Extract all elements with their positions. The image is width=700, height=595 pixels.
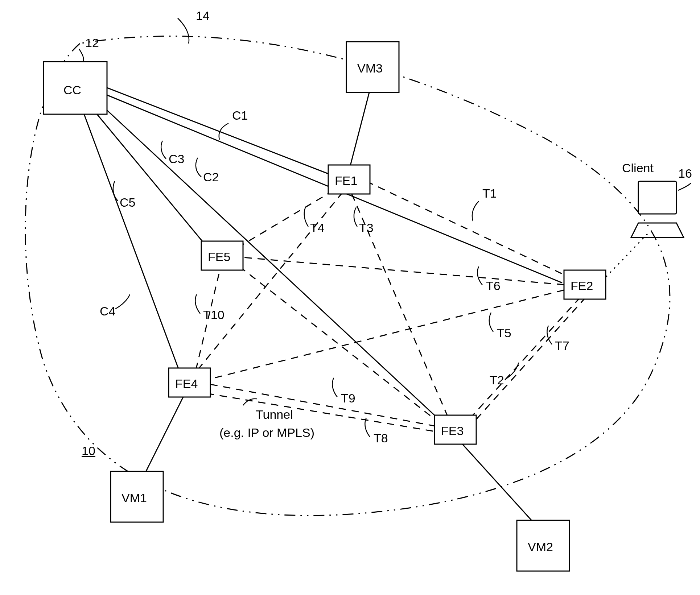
lbl-t3: T3: [359, 221, 374, 235]
lbl-t9: T9: [341, 391, 355, 405]
ref-system: 10: [82, 444, 95, 458]
node-fe1-label: FE1: [335, 174, 357, 187]
link-fe2-client: [602, 232, 649, 281]
lbl-t10: T10: [203, 308, 225, 322]
lbl-c3: C3: [169, 152, 184, 166]
lbl-t5: T5: [497, 326, 511, 340]
node-fe4-label: FE4: [175, 377, 198, 391]
tunnel-note-1: Tunnel: [256, 408, 293, 421]
link-t7: [475, 297, 586, 421]
node-vm3-label: VM3: [357, 61, 383, 75]
lbl-t4: T4: [310, 221, 325, 235]
client-label: Client: [622, 161, 654, 175]
ref-14-leader: [178, 18, 189, 44]
link-fe5-fe3: [239, 266, 439, 422]
node-fe5-label: FE5: [208, 250, 230, 264]
lbl-c1: C1: [232, 108, 248, 122]
node-fe3-label: FE3: [441, 424, 464, 438]
ref-cc: 12: [85, 36, 99, 50]
ref-boundary: 14: [196, 9, 210, 22]
link-fe4-vm1: [145, 397, 183, 473]
link-t1: [366, 181, 566, 276]
tunnel-note-2: (e.g. IP or MPLS): [219, 426, 314, 439]
link-t4: [239, 190, 334, 247]
node-fe2-label: FE2: [571, 279, 593, 293]
link-c3: [102, 105, 446, 426]
link-fe1-vm3: [350, 92, 369, 167]
node-vm2-label: VM2: [528, 540, 553, 554]
ref-client: 16: [678, 166, 692, 180]
svg-rect-0: [638, 181, 676, 214]
network-diagram: 14 C1 C2 C3 C4 C5 T1 T2 T3 T4 T5 T6 T7 T…: [0, 0, 700, 595]
lbl-t1: T1: [482, 186, 497, 200]
lbl-t7: T7: [555, 339, 569, 352]
lbl-t2: T2: [490, 373, 504, 387]
lbl-c5: C5: [120, 195, 135, 209]
link-t6: [243, 257, 564, 285]
lbl-t6: T6: [486, 279, 501, 293]
link-fe1-fe4: [198, 192, 343, 370]
link-t9: [210, 384, 435, 426]
link-fe3-vm2: [462, 444, 533, 522]
client-icon: [631, 181, 684, 237]
node-vm1-label: VM1: [122, 491, 147, 505]
lbl-t8: T8: [374, 431, 388, 445]
link-c4: [83, 112, 180, 372]
ref-12-leader: [79, 49, 84, 62]
node-cc-label: CC: [63, 83, 81, 97]
ref-16-leader: [678, 183, 691, 190]
link-t2: [468, 297, 580, 421]
lbl-c2: C2: [203, 170, 219, 184]
lbl-c4: C4: [100, 304, 115, 318]
